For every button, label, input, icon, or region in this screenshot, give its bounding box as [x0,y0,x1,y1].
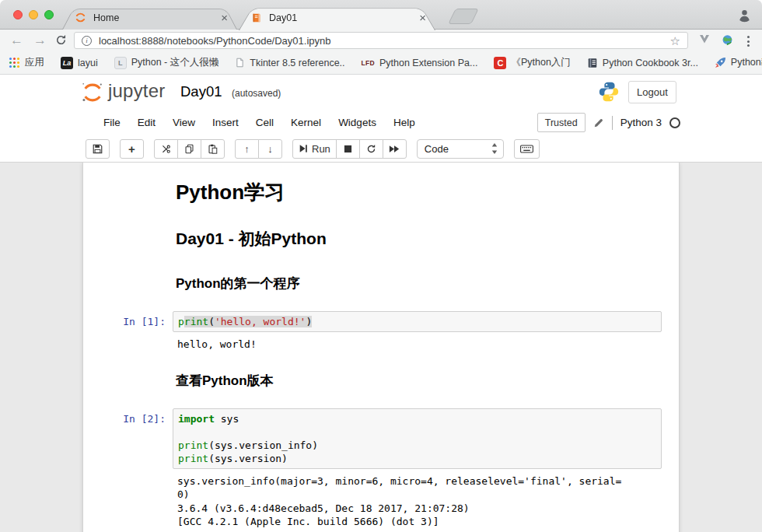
markdown-cell[interactable]: 查看Python版本 [86,357,676,404]
tab-day01[interactable]: Day01 × [239,5,435,30]
bookmark-python-tutorial[interactable]: Python教程 [715,56,762,69]
new-tab-button[interactable] [448,9,479,24]
cell-input-prompt: In [2]: [90,408,166,425]
menu-widgets[interactable]: Widgets [330,117,385,128]
paste-cell-button[interactable] [201,139,225,159]
browser-menu-icon[interactable] [747,34,750,49]
browser-window: Home × Day01 × ← → i localhost:8888/note… [0,0,762,532]
tab-strip: Home × Day01 × [0,0,762,30]
bookmark-star-icon[interactable]: ☆ [670,35,680,47]
copy-cell-button[interactable] [177,139,201,159]
run-button[interactable]: Run [292,139,337,159]
notebook-favicon-icon [251,12,262,23]
menu-edit[interactable]: Edit [129,117,164,128]
cell-output: sys.version_info(major=3, minor=6, micro… [173,471,662,530]
tab-title: Day01 [269,12,418,23]
markdown-cell[interactable]: Python学习 [86,170,676,216]
extension-globe-icon[interactable] [722,34,733,46]
markdown-cell[interactable]: Python的第一个程序 [86,260,676,307]
edit-mode-pencil-icon [593,117,604,128]
bookmark-tkinter[interactable]: Tkinter 8.5 reference.. [235,58,344,68]
plus-icon: + [128,142,135,156]
extension-v-icon[interactable] [699,34,710,44]
menu-insert[interactable]: Insert [204,117,247,128]
cut-cell-button[interactable] [154,139,178,159]
back-icon[interactable]: ← [10,31,23,50]
forward-icon[interactable]: → [33,31,47,50]
markdown-cell[interactable]: Day01 - 初始Python [86,216,676,260]
notebook-name[interactable]: Day01 [180,83,222,100]
cell-type-select[interactable]: Code [417,139,504,159]
paste-icon [208,144,218,154]
bookmark-python-blog[interactable]: L Python - 这个人很懒 [114,56,219,69]
minimize-window-button[interactable] [29,10,38,19]
restart-icon [366,144,376,154]
menu-cell[interactable]: Cell [247,117,282,128]
apps-grid-icon [9,58,20,68]
cell-output-prompt [90,332,166,336]
zoom-window-button[interactable] [44,10,54,19]
cell-input[interactable]: import sys print(sys.version_info)print(… [173,408,662,469]
bookmark-apps[interactable]: 应用 [9,56,44,69]
address-bar[interactable]: i localhost:8888/notebooks/PythonCode/Da… [74,32,688,49]
bookmark-label: Python教程 [731,56,762,69]
bookmark-layui[interactable]: La layui [61,57,98,69]
reload-icon[interactable] [55,34,67,46]
move-cell-up-button[interactable]: ↑ [235,139,259,159]
jupyter-logo[interactable]: jupyter [81,81,165,104]
cell-input[interactable]: print('hello, world!') [173,311,662,332]
close-tab-icon[interactable]: × [219,12,229,23]
url-text[interactable]: localhost:8888/notebooks/PythonCode/Day0… [99,35,670,47]
close-tab-icon[interactable]: × [418,12,428,23]
letter-l-tile-icon: L [114,57,127,69]
tab-home[interactable]: Home × [62,5,237,30]
heading-h1: Python学习 [176,179,653,206]
select-stepper-icon [491,143,498,154]
copy-icon [184,144,194,154]
jupyter-wordmark: jupyter [108,80,165,102]
restart-kernel-button[interactable] [359,139,383,159]
notebook-scroll-area[interactable]: Python学习Day01 - 初始PythonPython的第一个程序In [… [0,163,762,532]
red-c-tile-icon: C [494,57,506,69]
run-label: Run [312,143,330,155]
bookmark-python-intro[interactable]: C 《Python入门 [494,56,570,69]
jupyter-header: jupyter Day01 (autosaved) Logout [0,75,762,110]
command-palette-button[interactable] [514,139,540,159]
move-cell-down-button[interactable]: ↓ [258,139,282,159]
rocket-icon [715,57,726,68]
keyboard-icon [520,145,533,153]
close-window-button[interactable] [13,10,23,19]
python-logo-icon [597,80,620,103]
heading-h3: Python的第一个程序 [176,275,653,292]
fast-forward-icon [389,145,400,153]
page-info-icon[interactable]: i [82,36,92,46]
menu-help[interactable]: Help [385,117,424,128]
autosave-status: (autosaved) [232,88,281,99]
cell-output: hello, world! [173,334,662,353]
code-cell-input-row: In [1]:print('hello, world!') [90,311,672,332]
bookmark-label: Python Cookbook 3r... [603,58,698,68]
bookmark-python-extensions[interactable]: LFD Python Extension Pa... [362,58,478,68]
logout-button[interactable]: Logout [628,81,676,103]
code-cell-output-row: sys.version_info(major=3, minor=6, micro… [90,469,672,530]
restart-run-all-button[interactable] [383,139,407,159]
menu-kernel[interactable]: Kernel [282,117,330,128]
trusted-button[interactable]: Trusted [537,113,585,132]
notebook-container: Python学习Day01 - 初始PythonPython的第一个程序In [… [82,163,680,532]
code-cell[interactable]: In [2]:import sys print(sys.version_info… [86,404,676,532]
save-button[interactable] [86,139,110,159]
menu-file[interactable]: File [95,117,129,128]
bookmark-label: Python - 这个人很懒 [131,56,219,69]
bookmark-label: Tkinter 8.5 reference.. [250,58,344,68]
code-cell-output-row: hello, world! [90,332,672,353]
add-cell-button[interactable]: + [120,139,144,159]
bookmark-python-cookbook[interactable]: Python Cookbook 3r... [587,58,698,68]
cell-input-prompt: In [1]: [90,311,166,328]
code-cell[interactable]: In [1]:print('hello, world!')hello, worl… [86,307,676,357]
heading-h3: 查看Python版本 [176,372,653,390]
notebook-menubar: File Edit View Insert Cell Kernel Widget… [0,110,762,135]
profile-icon[interactable] [737,8,752,23]
jupyter-favicon-icon [75,12,86,23]
menu-view[interactable]: View [164,117,204,128]
interrupt-kernel-button[interactable] [336,139,360,159]
